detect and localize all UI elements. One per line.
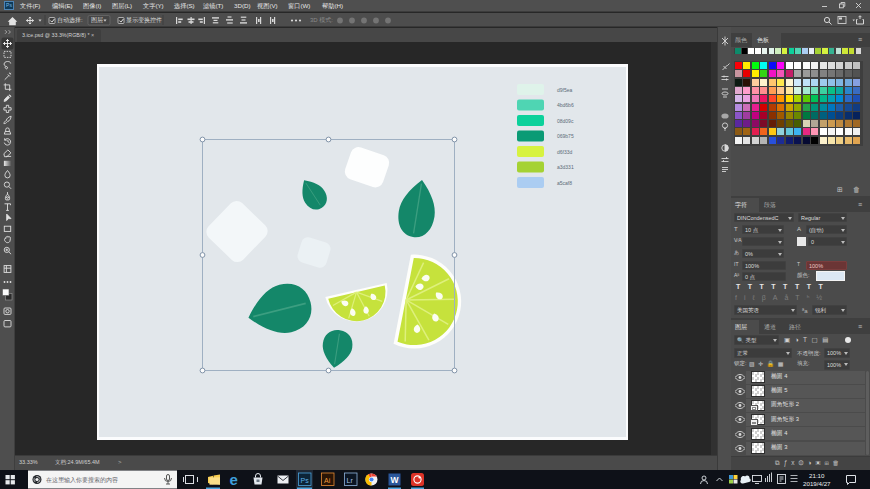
svg-text:069b75: 069b75: [557, 133, 574, 139]
svg-text:a5caf8: a5caf8: [557, 180, 572, 186]
svg-text:e: e: [230, 471, 238, 488]
svg-text:Lr: Lr: [347, 477, 354, 484]
svg-text:Ps: Ps: [301, 477, 310, 484]
svg-text:W: W: [391, 475, 400, 485]
svg-text:d6f33d: d6f33d: [557, 149, 573, 155]
svg-text:08d09c: 08d09c: [557, 118, 574, 124]
svg-text:a3d331: a3d331: [557, 164, 574, 170]
svg-text:d9f5ea: d9f5ea: [557, 87, 573, 93]
svg-text:4bd6b6: 4bd6b6: [557, 102, 574, 108]
svg-text:Ai: Ai: [324, 477, 331, 484]
